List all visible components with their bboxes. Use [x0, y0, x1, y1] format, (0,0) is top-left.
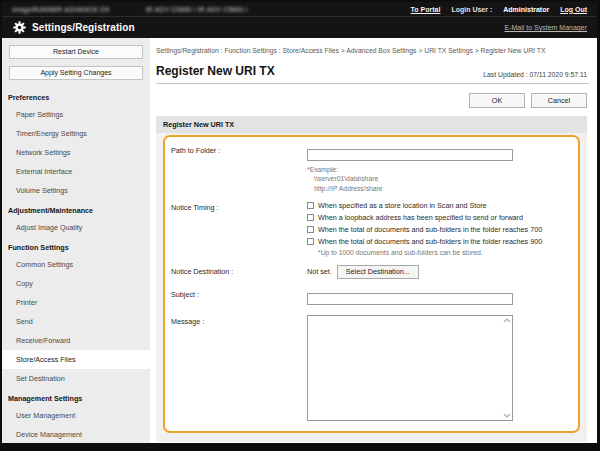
actions-row: OK Cancel: [156, 84, 589, 116]
to-portal-link[interactable]: To Portal: [411, 6, 441, 13]
notice-destination-label: Notice Destination :: [171, 265, 307, 279]
log-out-link[interactable]: Log Out: [560, 6, 587, 13]
message-label: Message :: [171, 315, 307, 421]
sidebar-section-management-settings: Management Settings: [2, 388, 150, 406]
checkbox-icon[interactable]: [307, 238, 314, 245]
subject-input[interactable]: [307, 293, 513, 305]
sidebar-item-volume-settings[interactable]: Volume Settings: [2, 181, 150, 200]
sidebar-item-send[interactable]: Send: [2, 312, 150, 331]
notice-timing-note: *Up to 1000 documents and sub-folders ca…: [307, 249, 568, 256]
last-updated: Last Updated : 07/11 2020 9:57:11: [483, 71, 587, 78]
sidebar-item-external-interface[interactable]: External Interface: [2, 162, 150, 181]
title-row: Register New URI TX Last Updated : 07/11…: [156, 58, 589, 84]
sidebar-item-timer-energy-settings[interactable]: Timer/Energy Settings: [2, 124, 150, 143]
notice-timing-label: Notice Timing :: [171, 201, 307, 256]
path-to-folder-input[interactable]: [307, 149, 513, 161]
sidebar-section-function-settings: Function Settings: [2, 237, 150, 255]
checkbox-label: When the total of documents and sub-fold…: [318, 225, 542, 234]
sidebar-item-network-settings[interactable]: Network Settings: [2, 143, 150, 162]
sidebar: Restart Device Apply Setting Changes Pre…: [2, 38, 150, 443]
checkbox-icon[interactable]: [307, 226, 314, 233]
backtop-row: [156, 442, 589, 451]
notice-timing-option-3: When the total of documents and sub-fold…: [307, 225, 568, 234]
login-user-label: Login User :: [451, 6, 492, 13]
example-line-http: http://IP Address/share: [307, 185, 568, 192]
path-to-folder-row: Path to Folder : *Example: \\server01\da…: [171, 144, 568, 192]
page: imageRUNNER ADVANCE DX iR ADV C5860 / iR…: [0, 0, 600, 451]
sidebar-item-adjust-image-quality[interactable]: Adjust Image Quality: [2, 218, 150, 237]
sidebar-item-printer[interactable]: Printer: [2, 293, 150, 312]
cancel-button[interactable]: Cancel: [531, 93, 587, 108]
login-user-name[interactable]: Administrator: [503, 6, 549, 13]
sidebar-item-paper-settings[interactable]: Paper Settings: [2, 105, 150, 124]
subject-label: Subject :: [171, 288, 307, 306]
restart-device-button[interactable]: Restart Device: [9, 45, 143, 59]
top-bar-row1: imageRUNNER ADVANCE DX iR ADV C5860 / iR…: [2, 2, 597, 16]
register-form: Path to Folder : *Example: \\server01\da…: [163, 135, 580, 433]
device-name-redacted: iR ADV C5860 / iR ADV C5860 /: [146, 6, 248, 13]
app-title: Settings/Registration: [32, 22, 135, 33]
device-model-redacted: imageRUNNER ADVANCE DX: [12, 6, 110, 13]
top-bar-row2: Settings/Registration E-Mail to System M…: [2, 16, 597, 38]
checkbox-label: When specified as a store location in Sc…: [318, 201, 487, 210]
email-to-system-manager-link[interactable]: E-Mail to System Manager: [505, 24, 587, 31]
sidebar-item-device-management[interactable]: Device Management: [2, 425, 150, 443]
sidebar-section-adjustment-maintenance: Adjustment/Maintenance: [2, 200, 150, 218]
path-to-folder-label: Path to Folder :: [171, 144, 307, 192]
sidebar-sections: PreferencesPaper SettingsTimer/Energy Se…: [2, 87, 150, 443]
sidebar-item-user-management[interactable]: User Management: [2, 406, 150, 425]
apply-setting-changes-button[interactable]: Apply Setting Changes: [9, 66, 143, 80]
ok-button[interactable]: OK: [469, 93, 525, 108]
sidebar-item-copy[interactable]: Copy: [2, 274, 150, 293]
register-panel: Register New URI TX Path to Folder : *Ex…: [156, 116, 587, 442]
top-bar: imageRUNNER ADVANCE DX iR ADV C5860 / iR…: [2, 2, 597, 38]
checkbox-label: When the total of documents and sub-fold…: [318, 237, 542, 246]
notice-timing-options: When specified as a store location in Sc…: [307, 201, 568, 246]
notice-timing-option-1: When specified as a store location in Sc…: [307, 201, 568, 210]
notice-timing-option-2: When a loopback address has been specifi…: [307, 213, 568, 222]
notice-timing-row: Notice Timing : When specified as a stor…: [171, 201, 568, 256]
notice-destination-status: Not set.: [307, 267, 332, 276]
sidebar-item-store-access-files[interactable]: Store/Access Files: [2, 350, 150, 369]
sidebar-item-common-settings[interactable]: Common Settings: [2, 255, 150, 274]
checkbox-label: When a loopback address has been specifi…: [318, 213, 523, 222]
checkbox-icon[interactable]: [307, 202, 314, 209]
sidebar-section-preferences: Preferences: [2, 87, 150, 105]
main-content: Settings/Registration : Function Setting…: [150, 38, 597, 443]
notice-timing-option-4: When the total of documents and sub-fold…: [307, 237, 568, 246]
body: Restart Device Apply Setting Changes Pre…: [2, 38, 597, 443]
page-title: Register New URI TX: [156, 64, 275, 78]
subject-row: Subject :: [171, 288, 568, 306]
message-row: Message :: [171, 315, 568, 421]
message-textarea[interactable]: [307, 315, 513, 421]
checkbox-icon[interactable]: [307, 214, 314, 221]
sidebar-item-receive-forward[interactable]: Receive/Forward: [2, 331, 150, 350]
sidebar-item-set-destination[interactable]: Set Destination: [2, 369, 150, 388]
example-line-unc: \\server01\data\share: [307, 175, 568, 182]
notice-destination-row: Notice Destination : Not set. Select Des…: [171, 265, 568, 279]
path-example: *Example: \\server01\data\share http://I…: [307, 166, 568, 192]
select-destination-button[interactable]: Select Destination...: [337, 265, 419, 279]
gear-icon: [12, 21, 26, 35]
example-title: *Example:: [307, 166, 568, 173]
panel-section-title: Register New URI TX: [156, 116, 587, 133]
breadcrumb: Settings/Registration : Function Setting…: [156, 46, 584, 56]
